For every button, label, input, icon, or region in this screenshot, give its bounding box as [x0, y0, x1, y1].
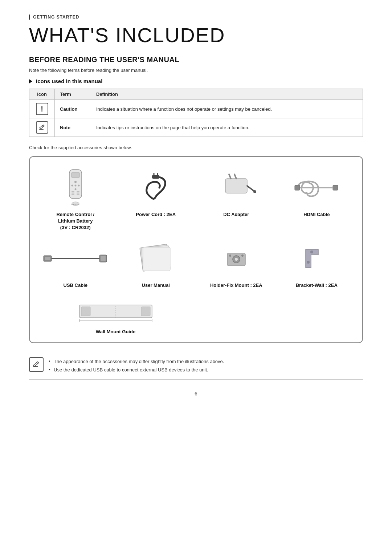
svg-point-8: [74, 184, 76, 186]
dc-adapter-label: DC Adapter: [223, 211, 249, 218]
icons-table: Icon Term Definition ! Caution Indicates…: [29, 89, 363, 137]
accessory-hdmi-cable: HDMI Cable: [278, 168, 355, 231]
table-header-icon: Icon: [29, 89, 55, 100]
power-cord-image: [127, 168, 185, 208]
check-note: Check for the supplied accessories shown…: [29, 145, 363, 150]
caution-icon-cell: !: [29, 100, 55, 118]
svg-rect-31: [101, 256, 106, 261]
svg-point-42: [307, 261, 310, 264]
svg-rect-45: [141, 307, 150, 316]
svg-point-37: [235, 258, 238, 261]
svg-point-7: [78, 184, 79, 186]
holder-fix-mount-image: [207, 239, 265, 278]
svg-rect-13: [77, 194, 79, 195]
svg-marker-1: [40, 125, 44, 129]
svg-text:CR2032: CR2032: [72, 203, 80, 206]
note-bullets: The appearance of the accessories may di…: [49, 357, 224, 374]
hdmi-cable-image: [287, 168, 346, 208]
page-number: 6: [29, 391, 363, 396]
accessory-usb-cable: USB Cable: [37, 239, 114, 289]
before-reading-note: Note the following terms before reading …: [29, 68, 363, 73]
note-bullet-2: Use the dedicated USB cable to connect e…: [49, 366, 224, 374]
svg-rect-19: [225, 179, 247, 193]
accessory-bracket-wall: Bracket-Wall : 2EA: [278, 239, 355, 289]
svg-point-39: [241, 255, 244, 257]
hdmi-cable-label: HDMI Cable: [303, 211, 330, 218]
svg-rect-24: [295, 185, 300, 190]
caution-icon: !: [36, 103, 48, 115]
caution-definition: Indicates a situation where a function d…: [91, 100, 363, 118]
note-term: Note: [55, 118, 91, 137]
svg-point-9: [74, 188, 76, 190]
svg-rect-34: [143, 247, 170, 271]
svg-line-52: [37, 362, 38, 363]
note-icon: [36, 121, 48, 134]
svg-rect-12: [72, 194, 74, 195]
svg-rect-11: [77, 191, 79, 192]
svg-rect-4: [72, 172, 79, 178]
wall-mount-guide-image: [76, 296, 156, 325]
caution-term: Caution: [55, 100, 91, 118]
svg-point-6: [71, 184, 73, 186]
accessory-wall-mount-guide: Wall Mount Guide: [37, 296, 194, 335]
table-row: ! Caution Indicates a situation where a …: [29, 100, 363, 118]
usb-cable-label: USB Cable: [64, 282, 87, 289]
note-icon-box: [29, 357, 44, 372]
note-definition: Indicates tips or instructions on the pa…: [91, 118, 363, 137]
accessory-remote-control: CR2032 Remote Control /Lithium Battery(3…: [37, 168, 114, 231]
bracket-wall-image: [287, 239, 346, 278]
svg-rect-44: [81, 307, 90, 316]
svg-point-23: [253, 190, 256, 193]
note-bullet-1: The appearance of the accessories may di…: [49, 357, 224, 366]
svg-rect-28: [45, 257, 50, 260]
accessories-grid: CR2032 Remote Control /Lithium Battery(3…: [37, 168, 355, 335]
user-manual-label: User Manual: [142, 282, 170, 289]
remote-control-image: CR2032: [46, 168, 105, 208]
wall-mount-guide-label: Wall Mount Guide: [96, 329, 135, 335]
svg-point-38: [229, 255, 231, 257]
note-icon-cell: [29, 118, 55, 137]
power-cord-label: Power Cord : 2EA: [136, 211, 176, 218]
page-title: WHAT'S INCLUDED: [29, 23, 363, 47]
bracket-wall-label: Bracket-Wall : 2EA: [296, 282, 338, 289]
accessory-power-cord: Power Cord : 2EA: [118, 168, 195, 231]
svg-line-20: [229, 174, 231, 179]
svg-line-21: [234, 174, 236, 179]
svg-line-22: [247, 186, 254, 191]
remote-control-label: Remote Control /Lithium Battery(3V : CR2…: [56, 211, 94, 231]
svg-rect-10: [72, 191, 74, 192]
table-header-term: Term: [55, 89, 91, 100]
accessories-box: CR2032 Remote Control /Lithium Battery(3…: [29, 156, 363, 343]
svg-rect-16: [152, 175, 159, 179]
svg-rect-25: [333, 185, 338, 190]
accessory-user-manual: User Manual: [118, 239, 195, 289]
svg-point-5: [74, 181, 77, 183]
svg-rect-50: [33, 366, 38, 367]
section-label: GETTING STARTED: [29, 15, 363, 20]
accessory-holder-fix-mount: Holder-Fix Mount : 2EA: [198, 239, 275, 289]
arrow-icon: [29, 79, 32, 84]
svg-line-2: [42, 126, 43, 127]
dc-adapter-image: [207, 168, 265, 208]
accessory-dc-adapter: DC Adapter: [198, 168, 275, 231]
icons-section-title: Icons used in this manual: [29, 78, 363, 84]
usb-cable-image: [46, 239, 105, 278]
note-box: The appearance of the accessories may di…: [29, 352, 363, 380]
svg-rect-0: [39, 129, 44, 130]
table-header-definition: Definition: [91, 89, 363, 100]
before-reading-title: BEFORE READING THE USER'S MANUAL: [29, 56, 363, 64]
svg-marker-51: [33, 362, 39, 366]
svg-point-41: [310, 251, 313, 253]
table-row: Note Indicates tips or instructions on t…: [29, 118, 363, 137]
user-manual-image: [127, 239, 185, 278]
holder-fix-mount-label: Holder-Fix Mount : 2EA: [210, 282, 262, 289]
